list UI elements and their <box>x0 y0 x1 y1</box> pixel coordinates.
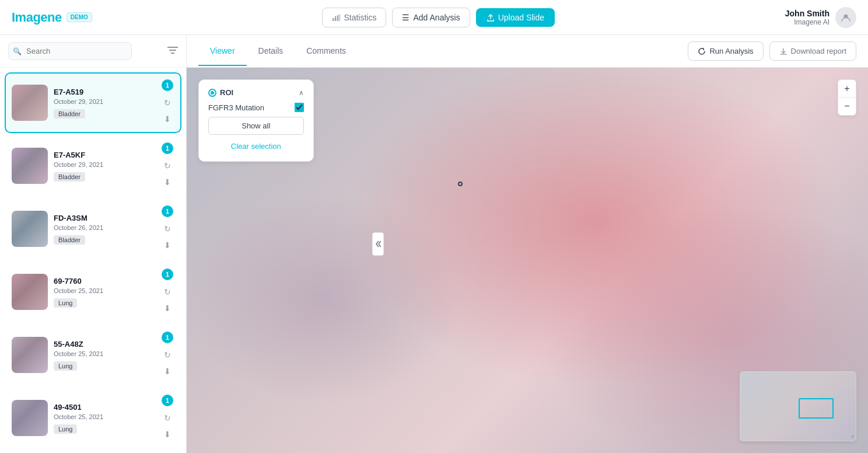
clear-selection-button[interactable]: Clear selection <box>208 140 304 153</box>
slide-thumbnail <box>12 400 48 436</box>
download-button[interactable]: ⬇ <box>160 175 174 189</box>
slide-info: E7-A519 October 29, 2021 Bladder <box>54 88 155 119</box>
add-analysis-label: Add Analysis <box>413 13 460 22</box>
slide-actions: 1 ↻ ⬇ <box>160 395 174 441</box>
slide-info: 55-A48Z October 25, 2021 Lung <box>54 340 155 371</box>
sidebar-collapse-handle[interactable] <box>372 232 384 256</box>
slide-actions: 1 ↻ ⬇ <box>160 269 174 315</box>
svg-rect-2 <box>337 15 339 21</box>
statistics-button[interactable]: Statistics <box>322 8 386 27</box>
statistics-label: Statistics <box>344 13 376 22</box>
roi-header: ROI ∧ <box>208 88 304 97</box>
refresh-button[interactable]: ↻ <box>160 159 174 173</box>
header: Imagene DEMO Statistics ☰ Add Analysis U… <box>0 0 868 35</box>
slide-name: 49-4501 <box>54 403 155 412</box>
slide-thumbnail <box>12 211 48 247</box>
tab-viewer[interactable]: Viewer <box>198 37 247 66</box>
refresh-button[interactable]: ↻ <box>160 96 174 110</box>
svg-rect-0 <box>332 18 334 21</box>
analysis-count-badge: 1 <box>162 395 173 406</box>
slide-name: E7-A519 <box>54 88 155 96</box>
analysis-count-badge: 1 <box>162 269 173 280</box>
zoom-in-button[interactable]: + <box>838 80 856 97</box>
slide-info: FD-A3SM October 26, 2021 Bladder <box>54 214 155 245</box>
analysis-count-badge: 1 <box>162 205 173 217</box>
slide-tag: Bladder <box>54 172 85 182</box>
main-layout: 🔍 E7-A519 October 29, 2021 Bladder <box>0 35 868 453</box>
upload-icon <box>487 13 495 22</box>
mini-map-toggle[interactable]: › <box>852 433 853 440</box>
refresh-button[interactable]: ↻ <box>160 285 174 299</box>
slide-item[interactable]: E7-A519 October 29, 2021 Bladder 1 ↻ ⬇ <box>5 72 181 133</box>
slide-tag: Lung <box>54 298 77 308</box>
slide-canvas[interactable]: ROI ∧ FGFR3 Mutation Show all Clear sele… <box>187 68 868 453</box>
search-wrapper: 🔍 <box>8 42 163 60</box>
clear-label: Clear selection <box>231 142 281 151</box>
download-button[interactable]: ⬇ <box>160 301 174 315</box>
analysis-count-badge: 1 <box>162 332 173 343</box>
slide-actions: 1 ↻ ⬇ <box>160 332 174 378</box>
add-analysis-button[interactable]: ☰ Add Analysis <box>392 8 470 27</box>
tab-details[interactable]: Details <box>247 37 295 66</box>
slide-info: 69-7760 October 25, 2021 Lung <box>54 277 155 308</box>
bar-chart-icon <box>332 13 340 22</box>
slide-thumbnail <box>12 274 48 310</box>
header-actions: Statistics ☰ Add Analysis Upload Slide <box>322 8 555 27</box>
avatar[interactable] <box>835 7 856 28</box>
run-analysis-button[interactable]: Run Analysis <box>688 41 763 61</box>
tab-comments[interactable]: Comments <box>295 37 358 66</box>
refresh-button[interactable]: ↻ <box>160 411 174 425</box>
download-icon <box>779 47 788 55</box>
slide-actions: 1 ↻ ⬇ <box>160 205 174 252</box>
zoom-out-button[interactable]: − <box>838 97 856 115</box>
slide-item[interactable]: 55-A48Z October 25, 2021 Lung 1 ↻ ⬇ <box>5 325 181 385</box>
download-button[interactable]: ⬇ <box>160 364 174 378</box>
filter-button[interactable] <box>167 46 178 57</box>
roi-item: FGFR3 Mutation <box>208 103 304 112</box>
slide-actions: 1 ↻ ⬇ <box>160 142 174 189</box>
slide-tag: Bladder <box>54 235 85 245</box>
sidebar: 🔍 E7-A519 October 29, 2021 Bladder <box>0 35 187 453</box>
download-button[interactable]: ⬇ <box>160 238 174 252</box>
svg-rect-3 <box>340 14 340 21</box>
roi-radio[interactable] <box>208 89 216 97</box>
slide-date: October 26, 2021 <box>54 224 155 231</box>
download-report-button[interactable]: Download report <box>769 41 856 61</box>
user-company: Imagene AI <box>785 18 830 26</box>
search-icon: 🔍 <box>13 47 22 55</box>
slide-date: October 25, 2021 <box>54 287 155 294</box>
slide-info: E7-A5KF October 29, 2021 Bladder <box>54 151 155 182</box>
app-name: Imagene <box>12 10 62 25</box>
slide-name: 55-A48Z <box>54 340 155 349</box>
slide-item[interactable]: 69-7760 October 25, 2021 Lung 1 ↻ ⬇ <box>5 262 181 322</box>
slide-item[interactable]: FD-A3SM October 26, 2021 Bladder 1 ↻ ⬇ <box>5 198 181 259</box>
roi-item-checkbox[interactable] <box>295 103 304 112</box>
viewer-toolbar: Viewer Details Comments Run Analysis <box>187 35 868 68</box>
slide-date: October 25, 2021 <box>54 350 155 357</box>
slide-info: 49-4501 October 25, 2021 Lung <box>54 403 155 434</box>
show-all-button[interactable]: Show all <box>208 117 304 135</box>
logo: Imagene DEMO <box>12 10 92 25</box>
slide-date: October 29, 2021 <box>54 98 155 105</box>
viewer-area: Viewer Details Comments Run Analysis <box>187 35 868 453</box>
refresh-button[interactable]: ↻ <box>160 348 174 362</box>
download-button[interactable]: ⬇ <box>160 112 174 126</box>
refresh-button[interactable]: ↻ <box>160 222 174 236</box>
show-all-label: Show all <box>242 121 270 130</box>
upload-slide-button[interactable]: Upload Slide <box>476 8 555 27</box>
search-input[interactable] <box>8 42 132 60</box>
slide-tag: Lung <box>54 424 77 434</box>
slide-tag: Lung <box>54 361 77 371</box>
toolbar-actions: Run Analysis Download report <box>688 41 856 61</box>
slide-date: October 25, 2021 <box>54 413 155 420</box>
roi-panel: ROI ∧ FGFR3 Mutation Show all Clear sele… <box>198 79 314 162</box>
roi-chevron-up-icon[interactable]: ∧ <box>299 89 304 97</box>
slide-name: FD-A3SM <box>54 214 155 222</box>
analysis-count-badge: 1 <box>162 142 173 154</box>
tabs: Viewer Details Comments <box>198 37 358 66</box>
slide-item[interactable]: 49-4501 October 25, 2021 Lung 1 ↻ ⬇ <box>5 388 181 448</box>
download-button[interactable]: ⬇ <box>160 427 174 441</box>
slide-item[interactable]: E7-A5KF October 29, 2021 Bladder 1 ↻ ⬇ <box>5 135 181 196</box>
slide-list: E7-A519 October 29, 2021 Bladder 1 ↻ ⬇ E… <box>0 68 186 453</box>
slide-thumbnail <box>12 148 48 184</box>
